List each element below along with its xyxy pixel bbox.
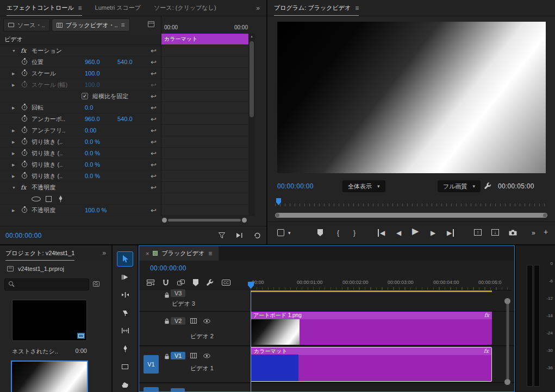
filter-icon[interactable] [219, 232, 225, 239]
param-value[interactable]: 100.0 [85, 68, 100, 79]
mark-in-button[interactable]: { [337, 229, 339, 237]
chevron-right-icon[interactable]: ▶ [12, 68, 15, 79]
rectangle-tool[interactable] [117, 359, 133, 374]
zoom-handle-left[interactable] [162, 218, 167, 223]
panel-menu-icon[interactable]: ≡ [208, 250, 212, 257]
chevron-right-icon[interactable]: ▶ [12, 136, 15, 148]
checkbox-checked[interactable]: ✓ [82, 93, 88, 99]
button-editor-plus[interactable]: + [544, 228, 548, 236]
reset-icon[interactable]: ↩ [151, 91, 157, 102]
panel-menu-icon[interactable]: ≡ [121, 21, 125, 29]
param-opacity[interactable]: ▶ 不透明度 100.0 % ↩ [0, 205, 161, 216]
track-target-badge[interactable] [171, 388, 185, 392]
play-around-icon[interactable] [236, 232, 243, 238]
scroll-up-icon[interactable]: ▲ [248, 35, 255, 38]
param-value-y[interactable]: 540.0 [117, 56, 133, 68]
reset-icon[interactable]: ↩ [151, 170, 157, 182]
param-value-x[interactable]: 960.0 [85, 56, 100, 68]
pen-tool[interactable] [117, 342, 133, 356]
scrollbar-track[interactable] [506, 301, 509, 382]
program-preview-image[interactable] [277, 22, 546, 173]
snap-magnet-icon[interactable] [163, 279, 169, 286]
scroll-handle-bottom[interactable] [504, 379, 510, 385]
param-antiflicker[interactable]: ▶ アンチフリ.. 0.00 ↩ [0, 125, 161, 136]
mark-out-button[interactable]: } [353, 229, 356, 237]
stopwatch-icon[interactable] [22, 150, 27, 156]
reset-icon[interactable]: ↩ [151, 182, 157, 193]
tab-program-monitor[interactable]: プログラム: ブラックビデオ ≡ [274, 0, 359, 16]
tab-overflow-icon[interactable]: » [102, 249, 106, 257]
fx-icon[interactable]: fx [21, 45, 26, 56]
rectangle-mask-icon[interactable] [46, 196, 52, 202]
settings-wrench-icon[interactable] [484, 182, 491, 191]
sequence-tab[interactable]: × ブラックビデオ ≡ [139, 246, 219, 261]
reset-icon[interactable]: ↩ [151, 125, 157, 136]
timeline-settings-wrench-icon[interactable] [207, 279, 214, 286]
hand-tool[interactable] [117, 377, 133, 391]
param-uniform-scale[interactable]: ✓ 縦横比を固定 ↩ [0, 91, 161, 102]
program-playhead[interactable] [276, 198, 281, 205]
param-value[interactable]: 0.0 % [85, 170, 100, 182]
project-file-row[interactable]: v24test1_1.prproj [0, 262, 111, 275]
ec-mini-timeline[interactable]: カラーマット [161, 34, 248, 216]
stopwatch-icon[interactable] [22, 139, 27, 144]
chevron-right-icon[interactable]: ▶ [12, 170, 15, 182]
zoom-handle-right[interactable] [242, 218, 247, 223]
param-value[interactable]: 0.0 [85, 102, 93, 113]
reset-icon[interactable]: ↩ [151, 56, 157, 68]
stopwatch-icon[interactable] [22, 128, 27, 133]
reset-icon[interactable]: ↩ [151, 136, 157, 148]
param-value[interactable]: 0.0 % [85, 136, 100, 148]
close-icon[interactable]: × [146, 250, 149, 257]
ellipse-mask-icon[interactable] [32, 197, 41, 201]
param-crop-1[interactable]: ▶ 切り抜き (.. 0.0 % ↩ [0, 136, 161, 148]
track-v3-header[interactable]: V3 ビデオ 3 [139, 290, 251, 312]
reset-icon[interactable]: ↩ [151, 68, 157, 79]
clip-artboard-png[interactable]: アートボード 1.png fx [251, 312, 492, 345]
tab-source-monitor[interactable]: ソース: (クリップなし) [154, 0, 216, 16]
timeline-playhead[interactable] [248, 282, 254, 289]
playback-settings-button[interactable] [277, 229, 284, 236]
chevron-down-icon[interactable]: ▼ [12, 45, 16, 56]
track-a1-lane[interactable] [251, 384, 514, 392]
lock-icon[interactable] [164, 292, 170, 298]
scrollbar-thumb[interactable] [250, 41, 254, 117]
source-patch-a1[interactable] [144, 387, 159, 392]
lock-icon[interactable] [164, 353, 170, 359]
stopwatch-icon[interactable] [22, 59, 27, 65]
clip-color-matte[interactable]: カラーマット fx [251, 347, 492, 382]
ec-clip-bar[interactable]: カラーマット [161, 34, 248, 45]
reset-icon[interactable]: ↩ [151, 102, 157, 113]
project-item-meta[interactable]: ネストされたシ.. 0:00 [12, 347, 87, 356]
stopwatch-icon[interactable] [22, 116, 27, 122]
fx-icon[interactable]: fx [21, 182, 26, 193]
param-crop-2[interactable]: ▶ 切り抜き (.. 0.0 % ↩ [0, 148, 161, 159]
transport-overflow-icon[interactable]: » [532, 229, 535, 237]
program-scrollbar[interactable] [275, 213, 547, 218]
reset-icon[interactable]: ↩ [151, 205, 157, 216]
search-input[interactable] [18, 281, 85, 288]
step-forward-button[interactable]: ▶ [431, 229, 435, 237]
tab-lumetri-scopes[interactable]: Lumetri スコープ [95, 0, 141, 16]
small-window-icon[interactable] [148, 21, 154, 27]
track-v1-header[interactable]: V1 V1 ビデオ 1 [139, 347, 251, 383]
track-target-badge[interactable]: V1 [171, 352, 185, 359]
add-marker-button[interactable] [193, 279, 198, 286]
track-output-eye-icon[interactable] [203, 353, 210, 358]
export-frame-button[interactable] [509, 230, 517, 236]
loop-playback-icon[interactable] [254, 232, 261, 239]
project-item-selected-thumbnail[interactable] [11, 361, 88, 392]
go-to-out-button[interactable]: ▶ [447, 229, 454, 237]
reset-icon[interactable]: ↩ [151, 148, 157, 159]
program-timecode[interactable]: 00:00:00:00 [277, 182, 314, 190]
param-value[interactable]: 100.0 % [85, 205, 107, 216]
stopwatch-icon[interactable] [22, 173, 27, 179]
param-anchor-point[interactable]: アンカーポ.. 960.0 540.0 ↩ [0, 113, 161, 125]
nest-toggle-icon[interactable] [147, 280, 154, 286]
param-crop-4[interactable]: ▶ 切り抜き (.. 0.0 % ↩ [0, 170, 161, 182]
tab-project[interactable]: プロジェクト: v24test1_1 [5, 245, 74, 261]
chevron-right-icon[interactable]: ▶ [12, 79, 15, 91]
stopwatch-icon[interactable] [22, 71, 27, 76]
effect-group-opacity[interactable]: ▼ fx 不透明度 ↩ [0, 182, 161, 193]
param-scale-width[interactable]: ▶ スケール (幅) 100.0 ↩ [0, 79, 161, 91]
